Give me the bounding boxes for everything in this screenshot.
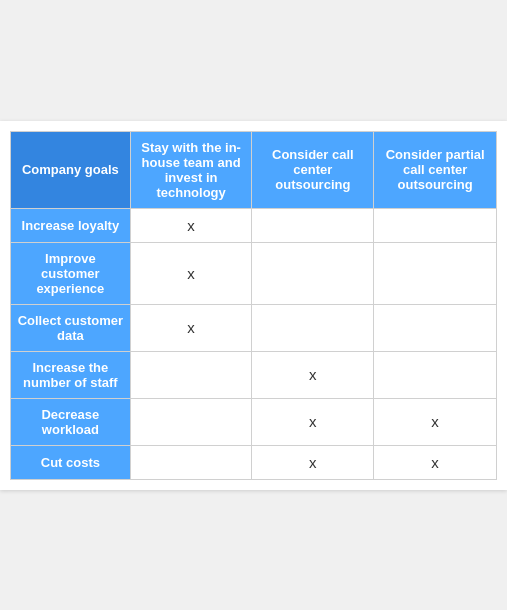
cell-4-1: x [252,398,374,445]
header-in-house: Stay with the in-house team and invest i… [130,131,252,208]
cell-0-1 [252,208,374,242]
cell-4-2: x [374,398,497,445]
cell-0-0: x [130,208,252,242]
table-row: Increase loyaltyx [11,208,497,242]
row-label-1: Improve customer experience [11,242,131,304]
cell-3-1: x [252,351,374,398]
cell-5-2: x [374,445,497,479]
cell-1-2 [374,242,497,304]
row-label-5: Cut costs [11,445,131,479]
cell-1-0: x [130,242,252,304]
cell-4-0 [130,398,252,445]
table-row: Collect customer datax [11,304,497,351]
cell-2-2 [374,304,497,351]
row-label-4: Decrease workload [11,398,131,445]
cell-3-2 [374,351,497,398]
table-row: Cut costsxx [11,445,497,479]
cell-1-1 [252,242,374,304]
cell-2-1 [252,304,374,351]
row-label-2: Collect customer data [11,304,131,351]
table-row: Improve customer experiencex [11,242,497,304]
header-company-goals: Company goals [11,131,131,208]
table-row: Decrease workloadxx [11,398,497,445]
row-label-3: Increase the number of staff [11,351,131,398]
cell-0-2 [374,208,497,242]
row-label-0: Increase loyalty [11,208,131,242]
comparison-table: Company goals Stay with the in-house tea… [10,131,497,480]
cell-3-0 [130,351,252,398]
header-partial-call-center: Consider partial call center outsourcing [374,131,497,208]
table-wrapper: Company goals Stay with the in-house tea… [0,121,507,490]
header-call-center: Consider call center outsourcing [252,131,374,208]
cell-2-0: x [130,304,252,351]
cell-5-0 [130,445,252,479]
cell-5-1: x [252,445,374,479]
table-row: Increase the number of staffx [11,351,497,398]
